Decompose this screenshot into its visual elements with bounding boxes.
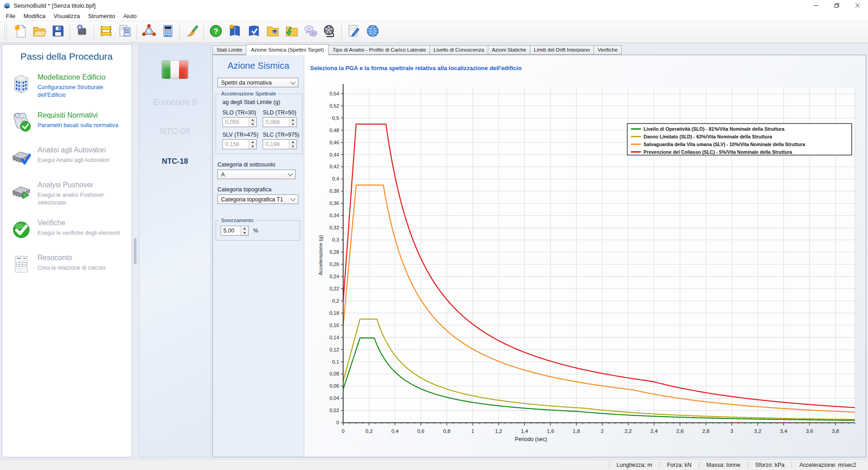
svg-text:0,54: 0,54 [330, 91, 339, 96]
step-verifiche[interactable]: VerificheEsegui le verifiche degli eleme… [9, 218, 129, 242]
user-manual-button[interactable] [225, 23, 244, 42]
menu-strumento[interactable]: Strumento [84, 12, 119, 20]
tab-verifiche[interactable]: Verifiche [594, 45, 622, 55]
code-ntc-18[interactable]: NTC-18 [139, 157, 211, 166]
export-model-button[interactable] [282, 23, 301, 42]
open-model-folder-button[interactable] [263, 23, 282, 42]
svg-text:0,08: 0,08 [330, 371, 339, 376]
model-viewer-button[interactable] [139, 23, 158, 42]
spectra-source-select[interactable]: Spettri da normativa [217, 78, 298, 87]
display-options-button[interactable] [182, 23, 201, 42]
code-ntc-08[interactable]: NTC-08 [139, 126, 211, 136]
svg-text:3,2: 3,2 [754, 428, 761, 434]
help-button[interactable]: ? [206, 23, 225, 42]
sld-spinner[interactable]: 0,068 [263, 117, 297, 127]
spin-down-icon[interactable] [289, 123, 297, 127]
svg-text:1,8: 1,8 [573, 428, 580, 434]
sidebar-splitter[interactable] [132, 44, 139, 457]
topographic-category-label: Categoria topografica [217, 186, 304, 193]
step-subtitle: Crea la relazione di calcolo [38, 264, 105, 272]
soil-category-select[interactable]: A [217, 170, 296, 179]
svg-text:0,38: 0,38 [330, 188, 339, 194]
sidebar-title: Passi della Procedura [20, 51, 132, 62]
spin-down-icon[interactable] [249, 145, 256, 149]
menu-visualizza[interactable]: Visualizza [49, 12, 84, 20]
report-view-button[interactable] [115, 23, 134, 42]
step-resoconto[interactable]: ResocontoCrea la relazione di calcolo [9, 253, 129, 276]
step-modellazione-edificio[interactable]: Modellazione EdificioConfigurazione Stru… [9, 72, 129, 99]
svg-text:0,3: 0,3 [332, 237, 339, 242]
pushover-chip-icon [9, 180, 33, 204]
svg-text:Danno Limitato (SLD) - 63%/Vit: Danno Limitato (SLD) - 63%/Vita Nominale… [644, 134, 772, 139]
spin-up-icon[interactable] [241, 226, 248, 231]
code-eurocode-8[interactable]: Eurocode 8 [139, 97, 211, 107]
slo-spinner[interactable]: 0,055 [222, 117, 257, 127]
text-editor-button[interactable] [344, 23, 363, 42]
tab-tipo-di-analisi-profilo-di-carico-laterale[interactable]: Tipo di Analisi - Profilo di Carico Late… [328, 45, 430, 55]
slv-spinner[interactable]: 0,158 [222, 139, 257, 149]
new-project-button[interactable] [10, 23, 29, 42]
topographic-category-select[interactable]: Categoria topografica T1 [217, 195, 298, 204]
svg-text:2,2: 2,2 [624, 428, 632, 434]
calculator-button[interactable] [158, 23, 177, 42]
svg-text:Livello di Operatività (SLO) -: Livello di Operatività (SLO) - 81%/Vita … [644, 127, 785, 132]
report-view-icon [118, 24, 132, 40]
toolbar-separator [70, 24, 70, 40]
tab-azioni-statiche[interactable]: Azioni Statiche [488, 45, 530, 55]
main-area: Passi della Procedura Modellazione Edifi… [0, 43, 868, 459]
svg-text:Prevenzione del Collasso (SLC): Prevenzione del Collasso (SLC) - 5%/Vita… [644, 150, 793, 155]
slc-spinner[interactable]: 0,198 [263, 139, 297, 149]
export-model-icon [284, 24, 299, 40]
save-project-button[interactable] [48, 23, 67, 42]
splitter-handle-icon [134, 238, 137, 264]
open-project-icon [32, 24, 47, 40]
forum-button[interactable] [301, 23, 320, 42]
step-analisi-agli-autovalori[interactable]: Analisi agli AutovaloriEsegui Analisi ag… [9, 145, 129, 169]
website-button[interactable] [363, 23, 382, 42]
slo-value: 0,055 [223, 118, 249, 127]
menu-file[interactable]: File [2, 12, 19, 20]
step-subtitle[interactable]: Configurazione Strutturale dell'Edificio [38, 84, 121, 99]
menu-modifica[interactable]: Modifica [19, 12, 49, 20]
status-stress-unit: Sforzo: kPa [748, 462, 792, 468]
building-icon [9, 72, 33, 96]
svg-text:0,06: 0,06 [330, 383, 339, 389]
tab-limiti-del-drift-interpiano[interactable]: Limiti del Drift Interpiano [530, 45, 594, 55]
svg-text:0: 0 [336, 420, 339, 425]
toolbar-separator [341, 24, 342, 40]
step-requisiti-normativi[interactable]: Requisiti NormativiParametri basati sull… [9, 110, 129, 134]
maximize-button[interactable] [826, 0, 847, 11]
spin-down-icon[interactable] [241, 231, 248, 236]
spin-down-icon[interactable] [289, 145, 297, 149]
spectrum-chart-panel: Seleziona la PGA e la forma spettrale re… [304, 55, 866, 457]
step-subtitle[interactable]: Parametri basati sulla normativa [38, 122, 118, 129]
tab-livello-di-conoscenza[interactable]: Livello di Conoscenza [429, 45, 488, 55]
spin-up-icon[interactable] [289, 118, 297, 123]
bibliography-button[interactable] [244, 23, 263, 42]
open-project-button[interactable] [29, 23, 48, 42]
svg-text:Salvaguardia della Vita umana: Salvaguardia della Vita umana (SLV) - 10… [644, 142, 805, 147]
step-subtitle: Esegui le analisi Pushover selezionate [38, 191, 121, 207]
step-title: Analysi Pushover [38, 181, 121, 189]
svg-text:0,6: 0,6 [417, 428, 425, 434]
spin-up-icon[interactable] [289, 140, 297, 145]
spin-up-icon[interactable] [249, 140, 256, 145]
open-model-folder-icon [265, 24, 280, 40]
menu-aiuto[interactable]: Aiuto [119, 12, 141, 20]
damping-group: Smorzamento 5,00 % [216, 218, 300, 241]
video-tutorials-button[interactable] [320, 23, 339, 42]
damping-spinner[interactable]: 5,00 [221, 226, 249, 236]
frame-view-button[interactable] [96, 23, 115, 42]
step-analysi-pushover[interactable]: Analysi PushoverEsegui le analisi Pushov… [9, 180, 129, 207]
tab-stati-limite[interactable]: Stati Limite [212, 45, 246, 55]
save-project-icon [51, 24, 66, 40]
minimize-button[interactable] [806, 0, 826, 11]
forum-icon [303, 24, 318, 40]
tabbar: Stati LimiteAzione Sismica (Spettro Targ… [212, 44, 866, 55]
processor-settings-button[interactable] [72, 23, 91, 42]
video-tutorials-icon [322, 24, 337, 40]
close-button[interactable] [847, 0, 868, 11]
tab-azione-sismica-spettro-target[interactable]: Azione Sismica (Spettro Target) [246, 44, 329, 55]
spin-down-icon[interactable] [249, 123, 256, 127]
spin-up-icon[interactable] [249, 118, 256, 123]
